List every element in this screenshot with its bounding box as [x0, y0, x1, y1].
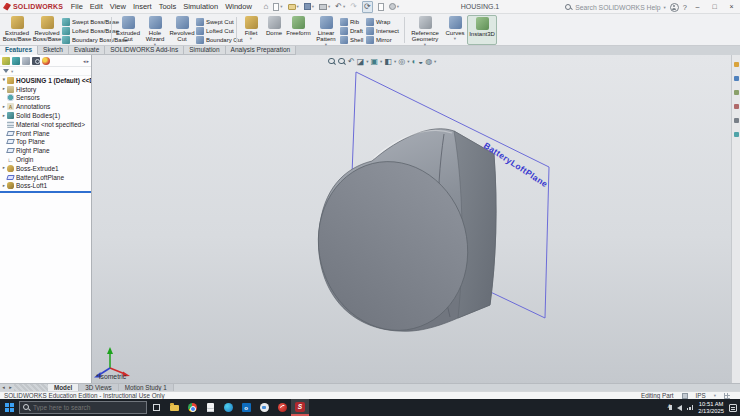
swept-boss-button[interactable]: Swept Boss/Base: [62, 17, 109, 26]
property-manager-icon[interactable]: [12, 57, 20, 65]
apply-scene-button[interactable]: ◒: [418, 57, 423, 67]
view-settings-button[interactable]: ◍: [425, 57, 432, 67]
tree-item-history[interactable]: ▸ History: [0, 85, 91, 94]
graphics-viewport[interactable]: BatteryLoftPlane ↶ ◪▾ ▣▾ ◧▾ ◎▾ ◐ ◒ ◍▾: [92, 55, 731, 383]
tab-evaluate[interactable]: Evaluate: [69, 46, 105, 55]
print-button[interactable]: ▾: [319, 2, 330, 12]
section-view-button[interactable]: ◪: [357, 57, 365, 67]
taskpane-appearances-icon[interactable]: [734, 118, 739, 123]
display-style-button[interactable]: ◧: [384, 57, 392, 67]
units-selector[interactable]: IPS: [696, 392, 706, 399]
taskpane-resources-icon[interactable]: [734, 62, 739, 67]
start-button[interactable]: [0, 399, 19, 416]
dropdown-caret-icon[interactable]: ▾: [380, 57, 382, 67]
rib-button[interactable]: Rib: [340, 17, 366, 26]
fillet-button[interactable]: Fillet ▾: [239, 15, 263, 45]
edge-button[interactable]: [219, 399, 237, 416]
dome-button[interactable]: Dome: [263, 15, 285, 45]
minimize-button[interactable]: –: [691, 0, 704, 14]
extruded-cut-button[interactable]: Extruded Cut: [114, 15, 142, 45]
mirror-button[interactable]: Mirror: [366, 36, 402, 45]
tab-sketch[interactable]: Sketch: [38, 46, 69, 55]
curves-button[interactable]: Curves ▾: [443, 15, 467, 45]
options-button[interactable]: ▾: [389, 2, 399, 12]
menu-view[interactable]: View: [106, 0, 129, 14]
taskpane-custom-properties-icon[interactable]: [734, 132, 739, 137]
revolved-cut-button[interactable]: Revolved Cut: [168, 15, 196, 45]
tab-analysis-preparation[interactable]: Analysis Preparation: [226, 46, 297, 55]
lofted-cut-button[interactable]: Lofted Cut: [196, 26, 234, 35]
red-app-button[interactable]: [273, 399, 291, 416]
restore-button[interactable]: □: [708, 0, 721, 14]
tree-filter-row[interactable]: ▾: [0, 67, 91, 76]
configuration-manager-icon[interactable]: [22, 57, 30, 65]
tree-item-annotations[interactable]: ▸ A Annotations: [0, 102, 91, 111]
menu-tools[interactable]: Tools: [155, 0, 180, 14]
rebuild-button[interactable]: ⟳: [362, 1, 373, 13]
tab-3d-views[interactable]: 3D Views: [79, 384, 118, 391]
file-properties-button[interactable]: [378, 3, 384, 11]
dimxpert-manager-icon[interactable]: [32, 57, 40, 65]
tree-item-origin[interactable]: ∟ Origin: [0, 155, 91, 164]
chrome-button[interactable]: [183, 399, 201, 416]
tree-item-sensors[interactable]: Sensors: [0, 94, 91, 103]
undo-button[interactable]: ↶▾: [335, 2, 345, 12]
help-search-box[interactable]: Search SOLIDWORKS Help ▾: [565, 4, 666, 11]
menu-window[interactable]: Window: [222, 0, 256, 14]
tab-scroll-right-icon[interactable]: ▸: [7, 384, 14, 391]
dropdown-caret-icon[interactable]: ▾: [407, 57, 409, 67]
linear-pattern-button[interactable]: Linear Pattern ▾: [312, 15, 340, 45]
display-manager-icon[interactable]: [42, 57, 50, 65]
units-caret-icon[interactable]: ▾: [714, 393, 716, 398]
menu-file[interactable]: File: [67, 0, 86, 14]
feature-manager-tree-icon[interactable]: [2, 57, 10, 65]
draft-button[interactable]: Draft: [340, 26, 366, 35]
menu-insert[interactable]: Insert: [129, 0, 155, 14]
tab-drag-region[interactable]: [14, 384, 48, 391]
tree-item-solid-bodies[interactable]: ▸ Solid Bodies(1): [0, 111, 91, 120]
tree-root-part[interactable]: ▾ HOUSING 1 (Default) <<Default>_Di: [0, 76, 91, 85]
revolved-boss-button[interactable]: Revolved Boss/Base: [32, 15, 62, 45]
zoom-to-area-button[interactable]: [338, 58, 346, 66]
zoom-app-button[interactable]: [255, 399, 273, 416]
tree-item-boss-extrude1[interactable]: ▸ Boss-Extrude1: [0, 164, 91, 173]
wrap-button[interactable]: Wrap: [366, 17, 402, 26]
status-options-icon[interactable]: [724, 393, 730, 399]
task-view-button[interactable]: [147, 399, 165, 416]
custom-properties-icon[interactable]: [682, 393, 688, 399]
instant3d-button[interactable]: Instant3D: [467, 15, 497, 45]
new-document-button[interactable]: ▾: [273, 2, 282, 12]
swept-cut-button[interactable]: Swept Cut: [196, 17, 234, 26]
hole-wizard-button[interactable]: Hole Wizard ▾: [142, 15, 168, 45]
document-app-button[interactable]: [201, 399, 219, 416]
intersect-button[interactable]: Intersect: [366, 26, 402, 35]
redo-button[interactable]: ↷: [350, 2, 357, 12]
dropdown-caret-icon[interactable]: ▾: [394, 57, 396, 67]
help-button[interactable]: ?: [683, 3, 687, 12]
taskbar-search-input[interactable]: [33, 404, 143, 411]
tree-item-top-plane[interactable]: Top Plane: [0, 138, 91, 147]
freeform-button[interactable]: Freeform: [285, 15, 312, 45]
save-button[interactable]: ▾: [304, 2, 314, 12]
taskbar-clock[interactable]: 10:51 AM 2/13/2025: [698, 401, 724, 414]
dropdown-caret-icon[interactable]: ▾: [434, 57, 436, 67]
menu-edit[interactable]: Edit: [86, 0, 106, 14]
taskpane-file-explorer-icon[interactable]: [734, 90, 739, 95]
tab-motion-study-1[interactable]: Motion Study 1: [119, 384, 174, 391]
solidworks-taskbar-button[interactable]: S: [291, 399, 309, 416]
menu-simulation[interactable]: Simulation: [180, 0, 222, 14]
lofted-boss-button[interactable]: Lofted Boss/Base: [62, 26, 109, 35]
close-button[interactable]: ×: [725, 0, 738, 14]
taskpane-design-library-icon[interactable]: [734, 76, 739, 81]
open-button[interactable]: ▾: [288, 2, 299, 12]
extruded-boss-button[interactable]: Extruded Boss/Base: [2, 15, 32, 45]
shell-button[interactable]: Shell: [340, 36, 366, 45]
previous-view-button[interactable]: ↶: [348, 57, 355, 67]
part-geometry[interactable]: [301, 129, 496, 347]
view-orientation-button[interactable]: ▣: [371, 57, 379, 67]
network-icon[interactable]: [687, 405, 694, 410]
hide-show-items-button[interactable]: ◎: [398, 57, 405, 67]
tab-features[interactable]: Features: [0, 46, 38, 55]
home-button[interactable]: ⌂: [263, 2, 268, 12]
boundary-cut-button[interactable]: Boundary Cut: [196, 36, 234, 45]
